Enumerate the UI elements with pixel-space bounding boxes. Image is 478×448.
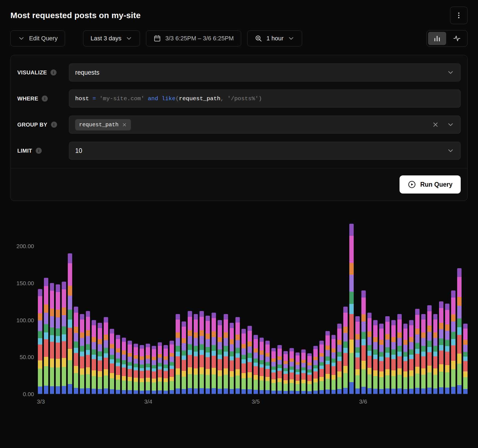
stacked-bar[interactable] [343,307,348,394]
stacked-bar[interactable] [182,321,186,394]
stacked-bar[interactable] [445,304,449,394]
stacked-bar[interactable] [158,342,162,394]
bar-segment [140,360,144,365]
stacked-bar[interactable] [373,320,378,394]
stacked-bar[interactable] [439,301,443,394]
stacked-bar[interactable] [199,311,204,394]
group-by-chip[interactable]: request_path [75,119,131,130]
stacked-bar[interactable] [421,314,426,394]
stacked-bar[interactable] [212,313,216,394]
stacked-bar[interactable] [301,349,306,394]
stacked-bar[interactable] [403,324,408,394]
stacked-bar[interactable] [325,331,330,394]
stacked-bar[interactable] [463,324,468,394]
stacked-bar[interactable] [248,326,252,394]
stacked-bar[interactable] [194,314,198,394]
stacked-bar[interactable] [56,284,60,394]
run-query-button[interactable]: Run Query [400,175,461,194]
stacked-bar[interactable] [74,307,78,394]
stacked-bar[interactable] [271,348,276,394]
stacked-bar[interactable] [391,320,396,394]
stacked-bar[interactable] [379,324,384,394]
stacked-bar[interactable] [355,316,360,394]
stacked-bar[interactable] [38,289,42,394]
limit-select[interactable]: 10 [69,142,461,160]
time-range-dropdown[interactable]: Last 3 days [83,30,140,46]
stacked-bar[interactable] [104,317,108,394]
stacked-bar[interactable] [254,335,258,394]
bar-chart-toggle[interactable] [428,32,446,45]
stacked-bar[interactable] [86,311,90,394]
stacked-bar[interactable] [146,344,150,394]
stacked-bar[interactable] [331,335,336,394]
stacked-bar[interactable] [140,345,144,394]
edit-query-button[interactable]: Edit Query [10,30,65,46]
stacked-bar[interactable] [235,317,240,394]
stacked-bar[interactable] [265,341,270,394]
stacked-bar[interactable] [427,305,432,394]
group-by-select[interactable]: request_path [69,116,461,134]
stacked-bar[interactable] [367,313,372,394]
stacked-bar[interactable] [457,268,462,394]
where-input[interactable]: host = 'my-site.com' and like(request_pa… [69,89,461,108]
stacked-bar[interactable] [176,314,180,394]
stacked-bar[interactable] [319,341,324,394]
info-icon[interactable]: i [42,96,48,102]
stacked-bar[interactable] [80,314,84,394]
stacked-bar[interactable] [415,309,420,394]
stacked-bar[interactable] [170,341,174,394]
stacked-bar[interactable] [122,338,126,394]
bar-segment [38,320,42,331]
stacked-bar[interactable] [134,344,138,394]
clear-field-icon[interactable] [432,121,439,128]
date-range-picker[interactable]: 3/3 6:25PM – 3/6 6:25PM [146,30,241,46]
stacked-bar[interactable] [283,351,288,394]
stacked-bar[interactable] [260,338,264,394]
stacked-bar[interactable] [116,335,120,394]
stacked-bar[interactable] [62,282,66,394]
kebab-menu-button[interactable] [450,7,468,24]
visualize-select[interactable]: requests [69,63,461,82]
stacked-bar[interactable] [44,278,48,394]
bar-segment [445,340,449,346]
stacked-bar[interactable] [230,323,234,394]
stacked-bar[interactable] [68,253,72,394]
line-chart-toggle[interactable] [448,32,466,45]
stacked-bar[interactable] [92,320,96,394]
stacked-bar[interactable] [296,352,300,394]
bar-segment [248,353,252,358]
stacked-bar[interactable] [277,345,282,394]
interval-dropdown[interactable]: 1 hour [247,30,302,46]
stacked-bar[interactable] [98,323,102,394]
stacked-bar[interactable] [164,345,168,394]
remove-chip-icon[interactable] [122,122,127,127]
info-icon[interactable]: i [50,69,57,75]
bar-segment [176,346,180,351]
stacked-bar[interactable] [397,314,402,394]
bar-segment [343,313,348,327]
stacked-bar[interactable] [50,283,54,394]
stacked-bar[interactable] [409,320,414,394]
stacked-bar[interactable] [313,346,318,394]
stacked-bar[interactable] [128,341,132,394]
stacked-bar[interactable] [433,314,438,394]
stacked-bar[interactable] [206,316,210,394]
stacked-bar[interactable] [152,346,156,394]
info-icon[interactable]: i [51,122,57,128]
bar-segment [92,359,96,370]
stacked-bar[interactable] [241,329,246,394]
stacked-bar[interactable] [337,324,342,394]
stacked-bar[interactable] [349,224,354,394]
bar-segment [445,388,449,394]
bar-segment [289,359,294,362]
stacked-bar[interactable] [307,353,312,394]
stacked-bar[interactable] [385,316,390,394]
stacked-bar[interactable] [218,320,222,394]
stacked-bar[interactable] [188,311,192,394]
stacked-bar[interactable] [451,290,455,394]
stacked-bar[interactable] [361,290,366,394]
stacked-bar[interactable] [224,314,228,394]
stacked-bar[interactable] [289,348,294,394]
info-icon[interactable]: i [36,148,42,154]
stacked-bar[interactable] [110,329,114,394]
